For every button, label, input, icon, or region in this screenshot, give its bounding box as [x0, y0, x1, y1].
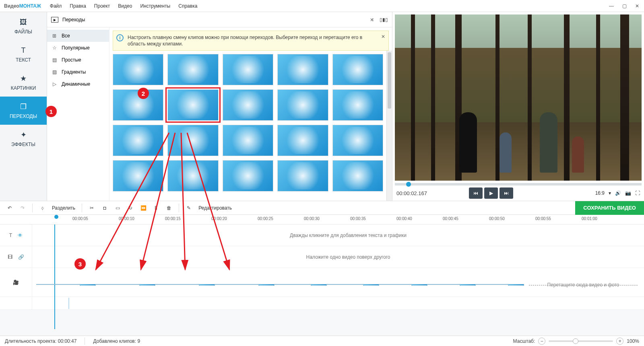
transition-slot[interactable]: 2.0: [139, 284, 155, 286]
window-close-icon[interactable]: ✕: [634, 3, 640, 9]
menu-file[interactable]: Файл: [46, 0, 66, 12]
zoom-in-button[interactable]: +: [616, 338, 623, 345]
clip[interactable]: [96, 284, 139, 285]
menu-tools[interactable]: Инструменты: [136, 0, 174, 12]
category-dynamic[interactable]: ▷Динамичные: [47, 78, 109, 90]
text-track[interactable]: T👁 Дважды кликните для добавления текста…: [0, 224, 644, 246]
tip-close-icon[interactable]: ✕: [381, 33, 385, 40]
clip[interactable]: [215, 284, 258, 285]
menu-project[interactable]: Проект: [90, 0, 114, 12]
menu-edit[interactable]: Правка: [66, 0, 90, 12]
transition-thumb[interactable]: [223, 89, 273, 121]
clip[interactable]: [379, 284, 411, 285]
aspect-icon[interactable]: ▯▮▯: [380, 17, 388, 23]
prev-button[interactable]: ⏮: [469, 187, 483, 199]
audio-track[interactable]: [0, 297, 644, 310]
category-all[interactable]: ⊞Все: [47, 30, 109, 42]
clip[interactable]: [36, 284, 80, 285]
timecode: 00:00:02.167: [396, 190, 427, 196]
transition-thumb[interactable]: [223, 54, 273, 85]
transition-slot[interactable]: 2.0: [508, 284, 524, 286]
next-button[interactable]: ⏭: [500, 187, 513, 199]
window-maximize-icon[interactable]: ▢: [621, 3, 627, 9]
clip[interactable]: [476, 284, 508, 285]
timeline-ruler[interactable]: 00:00:05 00:00:10 00:00:15 00:00:20 00:0…: [0, 215, 644, 224]
volume-icon[interactable]: 🔊: [615, 190, 621, 196]
transition-slot[interactable]: 2.0: [80, 284, 96, 286]
transition-thumb[interactable]: [332, 160, 383, 192]
frame-button[interactable]: ▭: [112, 202, 123, 214]
split-button[interactable]: Разделить: [50, 205, 78, 211]
panel-title: Переходы: [62, 17, 85, 23]
nav-files[interactable]: 🖼ФАЙЛЫ: [0, 12, 47, 40]
nav-images[interactable]: ★КАРТИНКИ: [0, 68, 47, 97]
transition-thumb[interactable]: [277, 160, 328, 192]
edit-button[interactable]: Редактировать: [196, 205, 234, 211]
text-track-hint: Дважды кликните для добавления текста и …: [32, 233, 644, 238]
overlay-track[interactable]: 🎞🔗 Наложите одно видео поверх другого: [0, 246, 644, 268]
transition-thumb[interactable]: [277, 125, 328, 156]
transition-slot[interactable]: 2.0: [311, 284, 327, 286]
transition-thumb[interactable]: [277, 54, 328, 85]
transition-thumb[interactable]: [113, 160, 163, 192]
transition-thumb-selected[interactable]: [167, 89, 218, 121]
eye-icon[interactable]: 👁: [18, 233, 23, 238]
transition-thumb[interactable]: [223, 125, 273, 156]
shuffle-icon[interactable]: ⤨: [370, 17, 374, 23]
clip[interactable]: [155, 284, 199, 285]
video-track[interactable]: 🎥 2.0 2.0 2.0 2.0 2.0 2.0 2.0 2.0: [0, 268, 644, 297]
save-video-button[interactable]: СОХРАНИТЬ ВИДЕО: [575, 201, 644, 215]
star-outline-icon: ☆: [51, 45, 58, 51]
transition-slot[interactable]: 2.0: [199, 284, 215, 286]
clip[interactable]: [327, 284, 363, 285]
ruler-mark: 00:00:10: [119, 216, 134, 221]
category-simple[interactable]: ▤Простые: [47, 54, 109, 66]
transition-slot[interactable]: 2.0: [411, 284, 427, 286]
link-icon[interactable]: 🔗: [18, 254, 24, 260]
play-button[interactable]: ▶: [484, 187, 498, 199]
category-gradients[interactable]: ▨Градиенты: [47, 66, 109, 78]
undo-button[interactable]: ↶: [4, 202, 15, 214]
transition-thumb[interactable]: [332, 54, 383, 85]
transition-thumb[interactable]: [332, 125, 383, 156]
fullscreen-icon[interactable]: ⛶: [635, 190, 640, 196]
preview-progress[interactable]: [395, 183, 642, 185]
edit-icon[interactable]: ✎: [183, 202, 194, 214]
redo-button[interactable]: ↷: [17, 202, 28, 214]
delete-button[interactable]: 🗑: [163, 202, 175, 214]
transition-thumb[interactable]: [277, 89, 328, 121]
window-minimize-icon[interactable]: —: [609, 3, 614, 9]
ruler-mark: 00:00:50: [489, 216, 505, 221]
nav-effects[interactable]: ✦ЭФФЕКТЫ: [0, 125, 47, 153]
nav-transitions[interactable]: ❐ПЕРЕХОДЫ: [0, 97, 47, 125]
speed-button[interactable]: ⏩: [138, 202, 149, 214]
drop-zone[interactable]: Перетащите сюда видео и фото: [529, 285, 638, 286]
clip[interactable]: [275, 284, 311, 285]
clip[interactable]: [427, 284, 460, 285]
transition-slot[interactable]: 2.0: [363, 284, 379, 286]
snapshot-icon[interactable]: 📷: [625, 190, 631, 196]
category-popular[interactable]: ☆Популярные: [47, 42, 109, 54]
transition-slot[interactable]: 2.0: [258, 284, 275, 286]
rotate-button[interactable]: ↻: [125, 202, 136, 214]
transition-thumb[interactable]: [167, 160, 218, 192]
transition-thumb[interactable]: [167, 54, 218, 85]
grid-scrollbar[interactable]: [386, 51, 392, 201]
transition-thumb[interactable]: [113, 125, 163, 156]
transition-thumb[interactable]: [113, 54, 163, 85]
crop-button[interactable]: ◘: [99, 202, 110, 214]
adjust-button[interactable]: 🎚: [151, 202, 162, 214]
nav-text[interactable]: TТЕКСТ: [0, 40, 47, 68]
transition-thumb[interactable]: [167, 125, 218, 156]
transition-thumb[interactable]: [223, 160, 273, 192]
menu-help[interactable]: Справка: [174, 0, 201, 12]
cut-button[interactable]: ✂: [86, 202, 97, 214]
transition-thumb[interactable]: [332, 89, 383, 121]
chevron-down-icon[interactable]: ▾: [609, 190, 611, 196]
zoom-out-button[interactable]: −: [538, 338, 545, 345]
zoom-slider[interactable]: [549, 340, 613, 342]
transition-slot[interactable]: 2.0: [460, 284, 476, 286]
split-icon[interactable]: ⎀: [37, 202, 48, 214]
menu-video[interactable]: Видео: [114, 0, 136, 12]
aspect-label[interactable]: 16:9: [595, 190, 605, 196]
